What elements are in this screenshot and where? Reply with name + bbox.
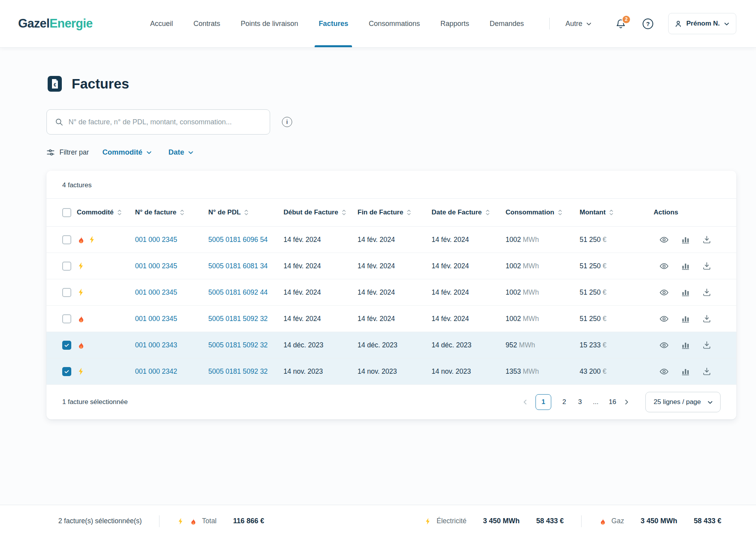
- table-row: 001 000 23455005 0181 6096 5414 fév. 202…: [46, 227, 736, 253]
- invoice-number-link[interactable]: 001 000 2342: [135, 367, 177, 375]
- nav-item-consommations[interactable]: Consommations: [369, 0, 420, 47]
- column-header-label: Actions: [654, 209, 678, 216]
- nav-item-factures[interactable]: Factures: [319, 0, 348, 47]
- pdl-number-link[interactable]: 5005 0181 5092 32: [208, 341, 268, 349]
- invoice-date: 14 fév. 2024: [432, 315, 506, 323]
- row-checkbox[interactable]: [62, 235, 71, 244]
- invoice-number-link[interactable]: 001 000 2345: [135, 288, 177, 296]
- invoice-chart-button[interactable]: [681, 314, 690, 323]
- actions-cell: [654, 288, 721, 297]
- table-body: 001 000 23455005 0181 6096 5414 fév. 202…: [46, 227, 736, 385]
- invoice-chart-button[interactable]: [681, 367, 690, 376]
- select-all-checkbox[interactable]: [62, 208, 71, 217]
- invoice-number-link[interactable]: 001 000 2345: [135, 315, 177, 323]
- summary-electricity-amount: 58 433 €: [536, 517, 564, 525]
- actions-cell: [654, 261, 721, 271]
- search-row: i: [46, 109, 736, 135]
- summary-electricity-group: Électricité 3 450 MWh 58 433 €: [424, 517, 564, 525]
- nav-item-autre[interactable]: Autre: [565, 20, 592, 28]
- column-header-commodity[interactable]: Commodité: [77, 209, 135, 216]
- invoice-count-label: 4 factures: [46, 171, 736, 198]
- chevron-down-icon: [707, 399, 713, 405]
- invoice-end-date: 14 fév. 2024: [358, 315, 432, 323]
- pagination-page-3[interactable]: 3: [577, 398, 583, 406]
- invoice-number-link[interactable]: 001 000 2343: [135, 341, 177, 349]
- pagination-page-16[interactable]: 16: [609, 398, 616, 406]
- invoice-chart-button[interactable]: [681, 235, 690, 244]
- column-header-consumption[interactable]: Consommation: [506, 209, 580, 216]
- consumption-value: 1002 MWh: [506, 315, 580, 323]
- view-invoice-button[interactable]: [659, 235, 669, 245]
- table-row: 001 000 23455005 0181 5092 3214 fév. 202…: [46, 306, 736, 332]
- column-header-pdl-number[interactable]: N° de PDL: [208, 209, 284, 216]
- view-invoice-button[interactable]: [659, 340, 669, 350]
- previous-page-button[interactable]: [522, 399, 528, 405]
- next-page-button[interactable]: [623, 399, 630, 405]
- download-invoice-button[interactable]: [702, 314, 712, 323]
- pdl-number-link[interactable]: 5005 0181 6081 34: [208, 262, 268, 270]
- row-checkbox[interactable]: [62, 262, 71, 271]
- gas-flame-icon: [77, 314, 85, 323]
- column-header-label: Consommation: [506, 209, 554, 216]
- pdl-number-link[interactable]: 5005 0181 5092 32: [208, 367, 268, 375]
- user-menu-button[interactable]: Prénom N.: [668, 13, 736, 34]
- notifications-button[interactable]: 2: [615, 18, 626, 29]
- rows-per-page-dropdown[interactable]: 25 lignes / page: [645, 392, 721, 412]
- column-header-start-date[interactable]: Début de Facture: [284, 209, 358, 216]
- column-header-amount[interactable]: Montant: [580, 209, 654, 216]
- view-invoice-button[interactable]: [659, 261, 669, 271]
- column-header-end-date[interactable]: Fin de Facture: [358, 209, 432, 216]
- help-button[interactable]: ?: [643, 18, 653, 29]
- pdl-number-link[interactable]: 5005 0181 6092 44: [208, 288, 268, 296]
- search-input[interactable]: [69, 118, 263, 126]
- column-header-invoice-date[interactable]: Date de Facture: [432, 209, 506, 216]
- actions-cell: [654, 340, 721, 350]
- row-checkbox[interactable]: [62, 314, 71, 323]
- download-invoice-button[interactable]: [702, 235, 712, 244]
- summary-electricity-label: Électricité: [437, 517, 467, 525]
- pagination-page-1[interactable]: 1: [536, 394, 551, 410]
- invoice-chart-button[interactable]: [681, 340, 690, 350]
- column-header-invoice-number[interactable]: N° de facture: [135, 209, 208, 216]
- amount-value: 51 250 €: [580, 315, 654, 323]
- nav-item-rapports[interactable]: Rapports: [440, 0, 469, 47]
- row-checkbox[interactable]: [62, 341, 71, 350]
- invoices-card: 4 factures CommoditéN° de factureN° de P…: [46, 171, 736, 419]
- view-invoice-button[interactable]: [659, 367, 669, 376]
- selection-summary-bar: 2 facture(s) sélectionnée(s) Total 116 8…: [0, 505, 756, 537]
- commodity-cell: [77, 262, 135, 270]
- chevron-down-icon: [188, 149, 194, 155]
- date-filter-dropdown[interactable]: Date: [169, 148, 194, 157]
- download-invoice-button[interactable]: [702, 261, 712, 271]
- electricity-bolt-icon: [177, 517, 185, 525]
- question-mark-icon: ?: [646, 20, 650, 27]
- nav-item-demandes[interactable]: Demandes: [490, 0, 524, 47]
- view-invoice-button[interactable]: [659, 314, 669, 324]
- column-header-label: Montant: [580, 209, 606, 216]
- table-header-row: CommoditéN° de factureN° de PDLDébut de …: [46, 198, 736, 227]
- invoice-number-link[interactable]: 001 000 2345: [135, 236, 177, 244]
- sort-icon: [558, 209, 563, 216]
- pdl-number-link[interactable]: 5005 0181 5092 32: [208, 315, 268, 323]
- sort-icon: [406, 209, 411, 216]
- row-checkbox[interactable]: [62, 367, 71, 376]
- nav-item-accueil[interactable]: Accueil: [150, 0, 173, 47]
- nav-item-points-de-livraison[interactable]: Points de livraison: [241, 0, 298, 47]
- pagination-page-2[interactable]: 2: [561, 398, 567, 406]
- brand-logo[interactable]: GazelEnergie: [18, 17, 93, 31]
- svg-text:€: €: [54, 82, 56, 88]
- consumption-value: 1353 MWh: [506, 367, 580, 376]
- commodity-filter-dropdown[interactable]: Commodité: [102, 148, 152, 157]
- download-invoice-button[interactable]: [702, 340, 712, 350]
- search-info-button[interactable]: i: [282, 117, 292, 127]
- invoice-chart-button[interactable]: [681, 288, 690, 297]
- nav-item-contrats[interactable]: Contrats: [193, 0, 220, 47]
- invoice-chart-button[interactable]: [681, 261, 690, 271]
- commodity-cell: [77, 314, 135, 323]
- invoice-number-link[interactable]: 001 000 2345: [135, 262, 177, 270]
- view-invoice-button[interactable]: [659, 288, 669, 297]
- download-invoice-button[interactable]: [702, 288, 712, 297]
- download-invoice-button[interactable]: [702, 367, 712, 376]
- pdl-number-link[interactable]: 5005 0181 6096 54: [208, 236, 268, 244]
- row-checkbox[interactable]: [62, 288, 71, 297]
